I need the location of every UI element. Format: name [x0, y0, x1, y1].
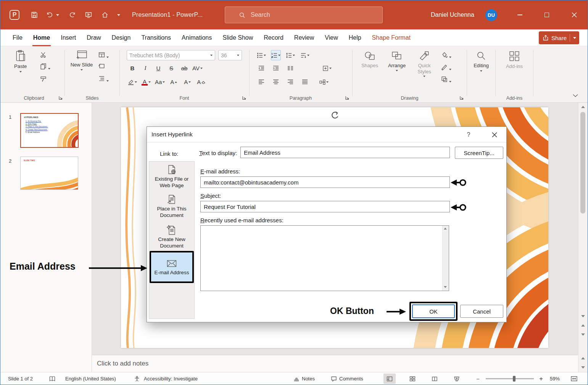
fit-slide-to-window-icon[interactable] [570, 372, 578, 385]
shape-outline-icon[interactable] [441, 64, 451, 71]
slide-sorter-view-button[interactable] [406, 374, 419, 384]
tab-slide-show[interactable]: Slide Show [217, 29, 258, 46]
editing-button[interactable]: Editing [470, 51, 492, 72]
link-option-email-address[interactable]: E-mail Address [150, 251, 194, 283]
slide-2-thumbnail[interactable]: SLIDE TWO [20, 157, 78, 190]
notes-placeholder[interactable]: Click to add notes [97, 360, 148, 367]
underline-button[interactable]: U [153, 63, 163, 73]
tab-shape-format[interactable]: Shape Format [367, 29, 416, 46]
format-painter-icon[interactable] [40, 76, 47, 84]
tab-review[interactable]: Review [289, 29, 319, 46]
align-left-icon[interactable] [256, 77, 266, 87]
sort-button[interactable] [300, 50, 310, 60]
slide-counter[interactable]: Slide 1 of 2 [8, 372, 33, 385]
slideshow-view-button[interactable] [451, 374, 463, 384]
paste-button[interactable]: Paste [14, 50, 27, 73]
notes-scroll-down-icon[interactable] [581, 366, 585, 369]
notes-toggle[interactable]: Notes [293, 372, 315, 385]
change-case-button[interactable]: Aa [155, 77, 165, 87]
line-spacing-button[interactable] [285, 50, 295, 60]
scroll-up-icon[interactable] [581, 106, 585, 108]
search-box[interactable] [225, 6, 383, 23]
font-color-button[interactable]: A [141, 77, 151, 87]
slide-1-thumbnail[interactable]: HYPERLINKS An Existing File. Web Page. P… [20, 113, 79, 148]
redo-icon[interactable] [66, 8, 79, 21]
character-spacing-button[interactable]: AV [192, 63, 203, 73]
spell-check-icon[interactable] [49, 372, 55, 385]
bold-button[interactable]: B [127, 63, 137, 73]
text-direction-button[interactable] [322, 63, 332, 73]
clipboard-dialog-launcher-icon[interactable] [58, 95, 63, 100]
reading-view-button[interactable] [429, 374, 441, 384]
normal-view-button[interactable] [383, 374, 396, 384]
link-option-place-in-document[interactable]: Place in This Document [149, 194, 194, 219]
text-shadow-button[interactable]: S [166, 63, 176, 73]
notes-scroll-up-icon[interactable] [581, 357, 585, 359]
dialog-close-icon[interactable] [489, 129, 500, 140]
undo-chevron-icon[interactable] [56, 14, 59, 16]
present-from-beginning-icon[interactable] [82, 8, 95, 21]
quick-access-chevron-icon[interactable] [117, 14, 120, 16]
search-input[interactable] [251, 11, 358, 18]
comments-toggle[interactable]: Comments [331, 372, 363, 385]
scroll-down-icon[interactable] [581, 315, 585, 317]
justify-icon[interactable] [300, 77, 310, 87]
avatar[interactable]: DU [485, 9, 497, 21]
email-address-input[interactable] [201, 177, 449, 188]
font-dialog-launcher-icon[interactable] [242, 95, 246, 100]
paragraph-dialog-launcher-icon[interactable] [345, 95, 350, 100]
link-option-existing-file[interactable]: Existing File or Web Page [149, 165, 194, 189]
subject-field[interactable] [200, 201, 450, 212]
increase-indent-icon[interactable] [271, 63, 281, 73]
dialog-help-button[interactable]: ? [464, 130, 474, 140]
tab-record[interactable]: Record [258, 29, 289, 46]
link-option-create-new-document[interactable]: Create New Document [149, 225, 194, 249]
home-icon[interactable] [98, 8, 111, 21]
tab-draw[interactable]: Draw [81, 29, 106, 46]
undo-icon[interactable] [43, 8, 56, 21]
next-slide-icon[interactable] [581, 333, 585, 336]
language-indicator[interactable]: English (United States) [65, 372, 116, 385]
paste-chevron-icon[interactable] [19, 71, 22, 73]
shapes-button[interactable]: Shapes [358, 51, 382, 69]
share-button[interactable]: Share [539, 31, 579, 44]
text-highlight-button[interactable] [127, 77, 137, 87]
strikethrough-button[interactable]: ab [179, 63, 189, 73]
email-address-field[interactable] [200, 176, 450, 188]
tab-insert[interactable]: Insert [55, 29, 81, 46]
collapse-ribbon-icon[interactable] [572, 93, 578, 99]
recently-used-listbox[interactable] [200, 225, 449, 291]
minimize-button[interactable] [513, 9, 526, 21]
bullets-button[interactable] [256, 50, 266, 60]
arrange-button[interactable]: Arrange [385, 51, 409, 71]
save-icon[interactable] [28, 8, 41, 21]
slide-layout-icon[interactable] [98, 52, 109, 59]
subject-input[interactable] [201, 201, 449, 212]
tab-view[interactable]: View [319, 29, 343, 46]
grow-font-button[interactable]: A [169, 77, 179, 87]
cut-icon[interactable] [40, 52, 47, 59]
font-size-combobox[interactable]: 36 [218, 50, 242, 60]
decrease-indent-icon[interactable] [256, 63, 266, 73]
notes-pane[interactable]: Click to add notes [92, 355, 578, 372]
section-icon[interactable] [98, 75, 109, 83]
tab-help[interactable]: Help [343, 29, 367, 46]
vertical-scrollbar[interactable] [578, 103, 588, 372]
previous-slide-icon[interactable] [581, 324, 585, 327]
text-to-display-input[interactable] [241, 147, 449, 158]
ok-button[interactable]: OK [412, 304, 455, 318]
new-slide-chevron-icon[interactable] [81, 69, 83, 71]
accessibility-status[interactable]: Accessibility: Investigate [144, 372, 198, 385]
quick-styles-button[interactable]: Quick Styles [412, 51, 437, 77]
tab-file[interactable]: File [7, 29, 28, 46]
convert-to-smartart-button[interactable] [319, 77, 329, 87]
listbox-scroll-down-icon[interactable] [444, 286, 447, 288]
shrink-font-button[interactable]: A [182, 77, 192, 87]
font-name-combobox[interactable]: Trebuchet MS (Body) [127, 50, 215, 60]
italic-button[interactable]: I [140, 63, 150, 73]
listbox-scrollbar[interactable] [442, 226, 449, 291]
tab-design[interactable]: Design [106, 29, 136, 46]
add-ins-button[interactable]: Add-ins [503, 51, 526, 70]
zoom-slider-thumb[interactable] [513, 376, 516, 382]
shape-effects-icon[interactable] [441, 76, 451, 84]
